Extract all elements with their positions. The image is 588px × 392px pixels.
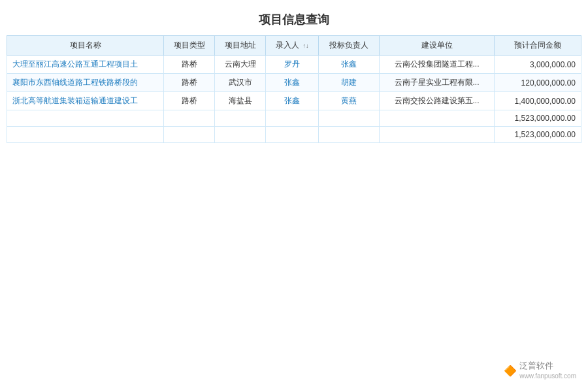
watermark-url: www.fanpusoft.com — [519, 372, 576, 380]
watermark: 🔶 泛普软件 www.fanpusoft.com — [504, 361, 576, 380]
subtotal-row: 1,523,000,000.00 — [7, 110, 581, 127]
table-header-row: 项目名称 项目类型 项目地址 录入人 ↑↓ 投标负责人 建设单位 预计合同金额 — [7, 36, 581, 56]
project-name[interactable]: 大理至丽江高速公路互通工程项目土 — [7, 56, 164, 74]
project-recorder[interactable]: 张鑫 — [266, 92, 319, 110]
col-header-recorder[interactable]: 录入人 ↑↓ — [266, 36, 319, 56]
project-type: 路桥 — [164, 74, 215, 92]
total-row: 1,523,000,000.00 — [7, 127, 581, 143]
subtotal-amount: 1,523,000,000.00 — [495, 110, 581, 127]
project-bidder[interactable]: 胡建 — [319, 74, 379, 92]
project-amount: 3,000,000.00 — [495, 56, 581, 74]
project-builder: 云南子星实业工程有限... — [379, 74, 495, 92]
total-amount: 1,523,000,000.00 — [495, 127, 581, 143]
project-type: 路桥 — [164, 56, 215, 74]
project-location: 海盐县 — [215, 92, 266, 110]
project-recorder[interactable]: 张鑫 — [266, 74, 319, 92]
col-header-amount: 预计合同金额 — [495, 36, 581, 56]
col-header-builder: 建设单位 — [379, 36, 495, 56]
project-amount: 1,400,000,000.00 — [495, 92, 581, 110]
project-table: 项目名称 项目类型 项目地址 录入人 ↑↓ 投标负责人 建设单位 预计合同金额 … — [7, 35, 581, 143]
page-title: 项目信息查询 — [0, 0, 588, 35]
project-recorder[interactable]: 罗丹 — [266, 56, 319, 74]
col-header-name: 项目名称 — [7, 36, 164, 56]
project-builder: 云南交投公路建设第五... — [379, 92, 495, 110]
project-location: 云南大理 — [215, 56, 266, 74]
col-header-bidder: 投标负责人 — [319, 36, 379, 56]
project-type: 路桥 — [164, 92, 215, 110]
watermark-brand: 泛普软件 — [519, 361, 576, 372]
sort-icon: ↑↓ — [302, 42, 308, 49]
table-row: 大理至丽江高速公路互通工程项目土 路桥 云南大理 罗丹 张鑫 云南公投集团隧道工… — [7, 56, 581, 74]
table-row: 浙北高等航道集装箱运输通道建设工 路桥 海盐县 张鑫 黄燕 云南交投公路建设第五… — [7, 92, 581, 110]
watermark-logo-icon: 🔶 — [504, 365, 517, 377]
table-container: 项目名称 项目类型 项目地址 录入人 ↑↓ 投标负责人 建设单位 预计合同金额 … — [0, 35, 588, 143]
project-builder: 云南公投集团隧道工程... — [379, 56, 495, 74]
project-location: 武汉市 — [215, 74, 266, 92]
project-amount: 120,000,000.00 — [495, 74, 581, 92]
col-header-type: 项目类型 — [164, 36, 215, 56]
col-header-location: 项目地址 — [215, 36, 266, 56]
project-name[interactable]: 浙北高等航道集装箱运输通道建设工 — [7, 92, 164, 110]
project-bidder[interactable]: 张鑫 — [319, 56, 379, 74]
table-row: 襄阳市东西轴线道路工程铁路桥段的 路桥 武汉市 张鑫 胡建 云南子星实业工程有限… — [7, 74, 581, 92]
project-bidder[interactable]: 黄燕 — [319, 92, 379, 110]
project-name[interactable]: 襄阳市东西轴线道路工程铁路桥段的 — [7, 74, 164, 92]
